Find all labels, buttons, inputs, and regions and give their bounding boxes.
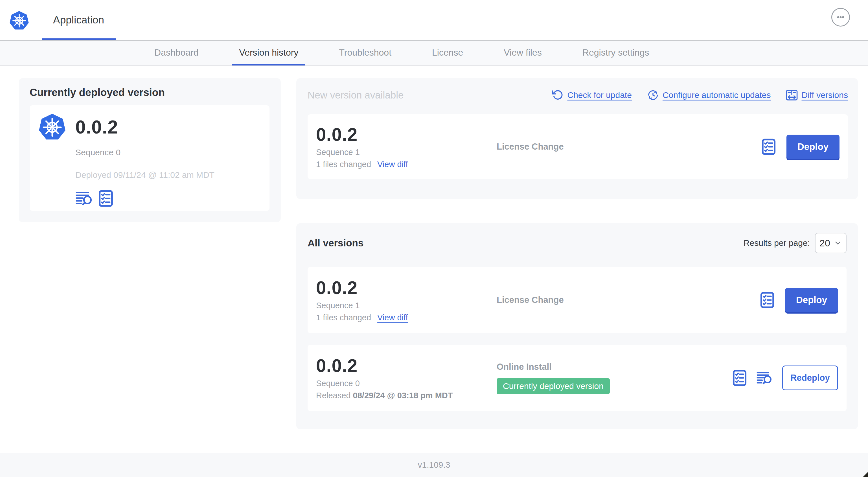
- currently-deployed-panel: Currently deployed version: [19, 78, 281, 222]
- version-number: 0.0.2: [316, 124, 497, 145]
- all-versions-panel: All versions Results per page: 20 0.0.2 …: [296, 223, 858, 429]
- tab-view-files[interactable]: View files: [497, 41, 549, 65]
- currently-deployed-badge: Currently deployed version: [497, 378, 610, 394]
- version-sequence: Sequence 1: [316, 301, 497, 310]
- app-header: Application: [0, 0, 868, 41]
- checklist-icon[interactable]: [762, 139, 776, 155]
- console-version: v1.109.3: [417, 460, 450, 469]
- deploy-button[interactable]: Deploy: [786, 135, 839, 159]
- app-title-active-underline: [42, 38, 116, 40]
- new-version-title: New version available: [308, 89, 404, 101]
- results-per-page-select[interactable]: 20: [815, 233, 846, 253]
- ellipsis-icon: [835, 11, 846, 23]
- version-sequence: Sequence 1: [316, 148, 497, 157]
- currently-deployed-title: Currently deployed version: [30, 87, 270, 98]
- version-sequence: Sequence 0: [316, 379, 497, 388]
- refresh-icon: [552, 89, 563, 101]
- tab-version-history[interactable]: Version history: [232, 41, 306, 65]
- deployed-sequence: Sequence 0: [75, 148, 261, 157]
- tab-registry-settings[interactable]: Registry settings: [576, 41, 656, 65]
- overflow-menu-button[interactable]: [831, 8, 850, 27]
- cursor-artifact: [863, 472, 868, 477]
- view-diff-link[interactable]: View diff: [377, 160, 408, 169]
- schedule-update-icon: [647, 89, 659, 101]
- app-tabbar: Dashboard Version history Troubleshoot L…: [0, 41, 868, 66]
- kubernetes-logo: [38, 113, 66, 141]
- logs-icon[interactable]: [756, 371, 773, 385]
- deployed-timestamp: Deployed 09/11/24 @ 11:02 am MDT: [75, 170, 261, 180]
- tab-dashboard[interactable]: Dashboard: [147, 41, 206, 65]
- results-per-page-label: Results per page:: [744, 238, 810, 248]
- tab-license[interactable]: License: [425, 41, 470, 65]
- chevron-down-icon: [834, 239, 842, 247]
- redeploy-button[interactable]: Redeploy: [782, 365, 838, 390]
- version-row: 0.0.2 Sequence 0 Released 08/29/24 @ 03:…: [308, 345, 846, 411]
- tab-troubleshoot[interactable]: Troubleshoot: [332, 41, 398, 65]
- new-version-panel: New version available Check for update: [296, 78, 858, 199]
- diff-icon: [786, 89, 798, 101]
- release-notes-label: License Change: [497, 142, 762, 152]
- console-version-footer: v1.109.3: [0, 453, 868, 477]
- files-changed-label: 1 files changed: [316, 160, 371, 169]
- deployed-version-card: 0.0.2 Sequence 0 Deployed 09/11/24 @ 11:…: [30, 105, 270, 211]
- logs-icon[interactable]: [75, 191, 93, 206]
- check-for-update-link[interactable]: Check for update: [552, 89, 631, 101]
- admin-console-page: Application Dashboard Version history Tr…: [0, 0, 868, 477]
- all-versions-title: All versions: [308, 237, 364, 249]
- kubernetes-logo: [9, 10, 29, 31]
- new-version-card: 0.0.2 Sequence 1 1 files changed View di…: [308, 114, 848, 179]
- checklist-icon[interactable]: [98, 190, 113, 207]
- version-row: 0.0.2 Sequence 1 1 files changed View di…: [308, 267, 846, 333]
- files-changed-label: 1 files changed: [316, 313, 371, 322]
- configure-automatic-updates-link[interactable]: Configure automatic updates: [647, 89, 771, 101]
- deploy-button[interactable]: Deploy: [785, 288, 838, 312]
- checklist-icon[interactable]: [760, 292, 774, 308]
- app-title: Application: [53, 0, 104, 40]
- released-timestamp: Released 08/29/24 @ 03:18 pm MDT: [316, 391, 497, 400]
- release-notes-label: License Change: [497, 295, 760, 305]
- checklist-icon[interactable]: [733, 370, 747, 386]
- view-diff-link[interactable]: View diff: [377, 313, 408, 322]
- deployed-version-number: 0.0.2: [75, 116, 118, 138]
- install-type-label: Online Install: [497, 362, 733, 372]
- version-number: 0.0.2: [316, 356, 497, 376]
- diff-versions-link[interactable]: Diff versions: [786, 89, 848, 101]
- version-number: 0.0.2: [316, 278, 497, 298]
